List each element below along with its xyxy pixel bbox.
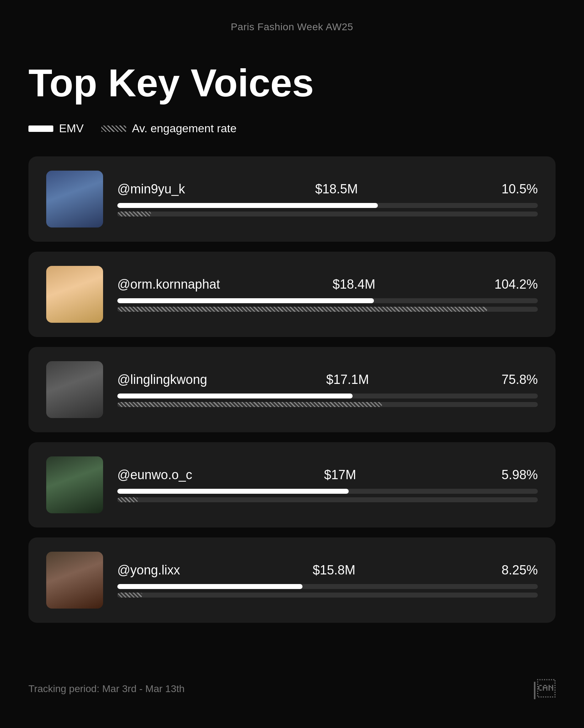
- engagement-bar-track-3: [117, 402, 538, 407]
- card-info-1: @min9yu_k $18.5M 10.5%: [117, 182, 538, 216]
- card-top-row-3: @linglingkwong $17.1M 75.8%: [117, 372, 538, 387]
- bars-1: [117, 203, 538, 216]
- influencer-card-5: @yong.lixx $15.8M 8.25%: [28, 537, 556, 623]
- emv-bar-fill-4: [117, 489, 349, 494]
- legend-emv-label: EMV: [59, 122, 84, 135]
- emv-value-3: $17.1M: [326, 372, 369, 387]
- handle-1: @min9yu_k: [117, 182, 185, 197]
- card-top-row-4: @eunwo.o_c $17M 5.98%: [117, 467, 538, 482]
- engagement-bar-track-4: [117, 497, 538, 502]
- emv-bar-track-5: [117, 584, 538, 589]
- emv-value-1: $18.5M: [315, 182, 358, 197]
- legend-emv-icon: [28, 125, 53, 132]
- handle-5: @yong.lixx: [117, 563, 180, 578]
- engagement-bar-track-5: [117, 593, 538, 598]
- engagement-bar-track-1: [117, 212, 538, 216]
- avatar-4: [46, 456, 103, 513]
- emv-bar-track-1: [117, 203, 538, 208]
- engagement-bar-fill-3: [117, 402, 382, 407]
- engagement-value-5: 8.25%: [488, 563, 538, 578]
- emv-bar-track-4: [117, 489, 538, 494]
- engagement-value-2: 104.2%: [488, 277, 538, 292]
- tracking-period: Tracking period: Mar 3rd - Mar 13th: [28, 683, 184, 695]
- card-top-row-1: @min9yu_k $18.5M 10.5%: [117, 182, 538, 197]
- emv-bar-fill-2: [117, 298, 374, 303]
- engagement-bar-fill-5: [117, 593, 143, 598]
- card-info-2: @orm.kornnaphat $18.4M 104.2%: [117, 277, 538, 312]
- legend-emv: EMV: [28, 122, 84, 135]
- logo-icon: |: [532, 678, 556, 700]
- footer: Tracking period: Mar 3rd - Mar 13th |: [28, 657, 556, 700]
- page-subtitle: Paris Fashion Week AW25: [28, 21, 556, 33]
- avatar-5: [46, 552, 103, 609]
- avatar-3: [46, 361, 103, 418]
- influencer-cards: @min9yu_k $18.5M 10.5% @orm.kornnaphat: [28, 156, 556, 623]
- influencer-card-2: @orm.kornnaphat $18.4M 104.2%: [28, 252, 556, 337]
- engagement-value-3: 75.8%: [488, 372, 538, 387]
- engagement-bar-fill-4: [117, 497, 138, 502]
- legend-engagement-icon: [101, 125, 126, 132]
- legend-engagement: Av. engagement rate: [101, 122, 236, 135]
- bars-2: [117, 298, 538, 312]
- influencer-card-4: @eunwo.o_c $17M 5.98%: [28, 442, 556, 528]
- card-info-4: @eunwo.o_c $17M 5.98%: [117, 467, 538, 502]
- page-title: Top Key Voices: [28, 61, 556, 104]
- card-info-5: @yong.lixx $15.8M 8.25%: [117, 563, 538, 598]
- emv-value-4: $17M: [324, 467, 356, 482]
- emv-bar-fill-5: [117, 584, 302, 589]
- engagement-bar-fill-2: [117, 307, 487, 312]
- card-info-3: @linglingkwong $17.1M 75.8%: [117, 372, 538, 407]
- influencer-card-3: @linglingkwong $17.1M 75.8%: [28, 347, 556, 432]
- card-top-row-2: @orm.kornnaphat $18.4M 104.2%: [117, 277, 538, 292]
- handle-2: @orm.kornnaphat: [117, 277, 220, 292]
- legend-engagement-label: Av. engagement rate: [132, 122, 236, 135]
- avatar-1: [46, 171, 103, 228]
- card-top-row-5: @yong.lixx $15.8M 8.25%: [117, 563, 538, 578]
- logo: |: [532, 678, 556, 700]
- engagement-bar-track-2: [117, 307, 538, 312]
- emv-value-5: $15.8M: [313, 563, 355, 578]
- bars-5: [117, 584, 538, 598]
- engagement-value-1: 10.5%: [488, 182, 538, 197]
- engagement-value-4: 5.98%: [488, 467, 538, 482]
- handle-3: @linglingkwong: [117, 372, 207, 387]
- influencer-card-1: @min9yu_k $18.5M 10.5%: [28, 156, 556, 242]
- engagement-bar-fill-1: [117, 212, 151, 216]
- handle-4: @eunwo.o_c: [117, 467, 192, 482]
- avatar-2: [46, 266, 103, 323]
- emv-bar-track-3: [117, 394, 538, 398]
- bars-4: [117, 489, 538, 502]
- emv-bar-fill-1: [117, 203, 378, 208]
- bars-3: [117, 394, 538, 407]
- emv-value-2: $18.4M: [333, 277, 375, 292]
- emv-bar-track-2: [117, 298, 538, 303]
- legend: EMV Av. engagement rate: [28, 122, 556, 135]
- emv-bar-fill-3: [117, 394, 353, 398]
